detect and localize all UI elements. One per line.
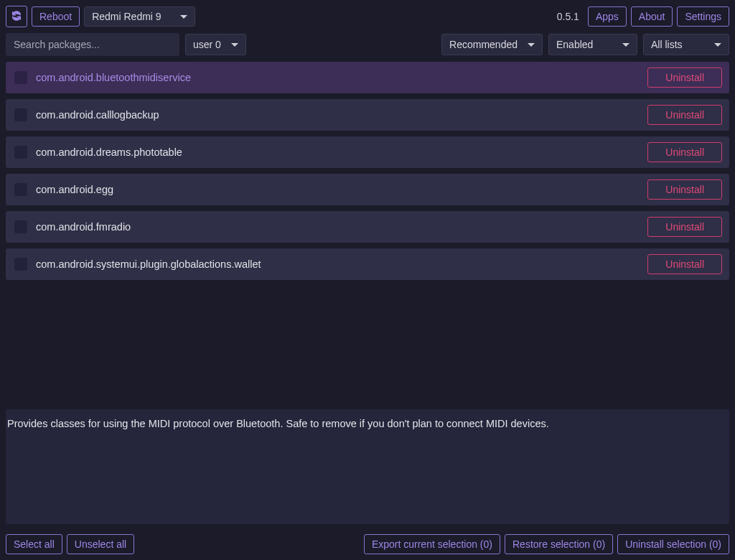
package-checkbox[interactable] xyxy=(14,258,27,271)
package-name: com.android.fmradio xyxy=(36,221,639,233)
status-dropdown-label: Enabled xyxy=(556,39,593,50)
user-dropdown[interactable]: user 0 xyxy=(185,34,246,55)
package-row[interactable]: com.android.eggUninstall xyxy=(6,174,729,205)
bottom-toolbar: Select all Unselect all Export current s… xyxy=(0,528,735,560)
chevron-down-icon xyxy=(528,43,535,47)
refresh-icon xyxy=(11,10,22,24)
package-row[interactable]: com.android.fmradioUninstall xyxy=(6,211,729,243)
package-checkbox[interactable] xyxy=(14,220,27,233)
package-row[interactable]: com.android.bluetoothmidiserviceUninstal… xyxy=(6,62,729,93)
restore-selection-button[interactable]: Restore selection (0) xyxy=(505,534,613,554)
uninstall-button[interactable]: Uninstall xyxy=(647,67,722,88)
select-all-button[interactable]: Select all xyxy=(6,534,62,554)
unselect-all-button[interactable]: Unselect all xyxy=(67,534,134,554)
package-row[interactable]: com.android.dreams.phototableUninstall xyxy=(6,136,729,168)
chevron-down-icon xyxy=(231,43,238,47)
search-input[interactable] xyxy=(6,33,179,56)
list-dropdown[interactable]: All lists xyxy=(643,34,729,55)
uninstall-button[interactable]: Uninstall xyxy=(647,254,722,274)
package-checkbox[interactable] xyxy=(14,71,27,84)
user-dropdown-label: user 0 xyxy=(193,39,221,50)
package-checkbox[interactable] xyxy=(14,183,27,196)
package-name: com.android.dreams.phototable xyxy=(36,146,639,158)
category-dropdown[interactable]: Recommended xyxy=(441,34,543,55)
package-checkbox[interactable] xyxy=(14,108,27,121)
device-selector[interactable]: Redmi Redmi 9 xyxy=(84,6,195,27)
version-label: 0.5.1 xyxy=(557,11,579,22)
status-dropdown[interactable]: Enabled xyxy=(548,34,637,55)
chevron-down-icon xyxy=(714,43,721,47)
export-selection-button[interactable]: Export current selection (0) xyxy=(364,534,500,554)
list-dropdown-label: All lists xyxy=(651,39,683,50)
device-selector-label: Redmi Redmi 9 xyxy=(92,11,161,22)
uninstall-selection-button[interactable]: Uninstall selection (0) xyxy=(617,534,729,554)
package-row[interactable]: com.android.calllogbackupUninstall xyxy=(6,99,729,131)
package-checkbox[interactable] xyxy=(14,146,27,159)
description-panel: Provides classes for using the MIDI prot… xyxy=(6,409,729,524)
reboot-button[interactable]: Reboot xyxy=(32,6,80,27)
chevron-down-icon xyxy=(180,15,187,19)
uninstall-button[interactable]: Uninstall xyxy=(647,179,722,200)
apps-button[interactable]: Apps xyxy=(588,6,627,27)
uninstall-button[interactable]: Uninstall xyxy=(647,105,722,125)
chevron-down-icon xyxy=(622,43,629,47)
package-name: com.android.systemui.plugin.globalaction… xyxy=(36,258,639,270)
category-dropdown-label: Recommended xyxy=(449,39,518,50)
package-list: com.android.bluetoothmidiserviceUninstal… xyxy=(0,62,735,280)
package-name: com.android.bluetoothmidiservice xyxy=(36,72,639,83)
about-button[interactable]: About xyxy=(631,6,673,27)
settings-button[interactable]: Settings xyxy=(677,6,729,27)
uninstall-button[interactable]: Uninstall xyxy=(647,217,722,237)
uninstall-button[interactable]: Uninstall xyxy=(647,142,722,162)
package-name: com.android.calllogbackup xyxy=(36,109,639,121)
package-row[interactable]: com.android.systemui.plugin.globalaction… xyxy=(6,248,729,280)
filter-toolbar: user 0 Recommended Enabled All lists xyxy=(0,33,735,62)
refresh-button[interactable] xyxy=(6,6,27,27)
description-text: Provides classes for using the MIDI prot… xyxy=(6,418,729,429)
package-name: com.android.egg xyxy=(36,184,639,195)
top-toolbar: Reboot Redmi Redmi 9 0.5.1 Apps About Se… xyxy=(0,0,735,33)
